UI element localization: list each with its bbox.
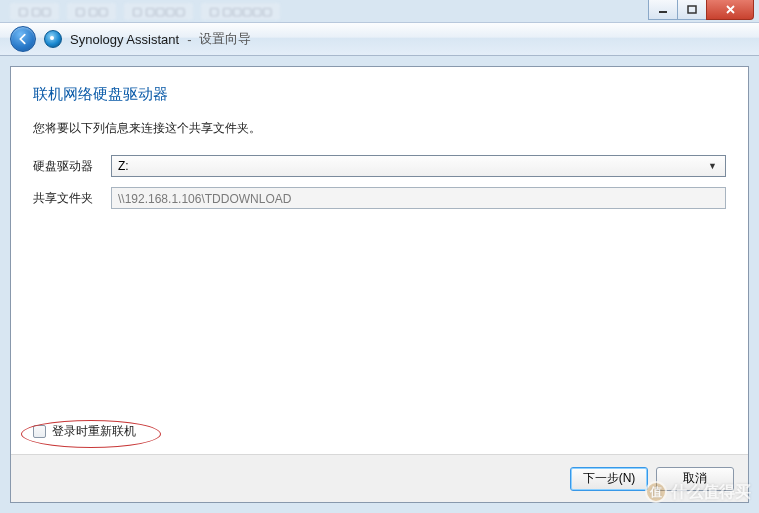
chevron-down-icon: ▼ xyxy=(704,156,721,176)
minimize-icon xyxy=(658,5,668,15)
drive-dropdown[interactable]: Z: ▼ xyxy=(111,155,726,177)
back-arrow-icon xyxy=(16,32,30,46)
wizard-content: 联机网络硬盘驱动器 您将要以下列信息来连接这个共享文件夹。 硬盘驱动器 Z: ▼… xyxy=(11,67,748,454)
maximize-button[interactable] xyxy=(677,0,707,20)
wizard-heading: 联机网络硬盘驱动器 xyxy=(33,85,726,104)
reconnect-label: 登录时重新联机 xyxy=(52,423,136,440)
reconnect-checkbox[interactable] xyxy=(33,425,46,438)
folder-field: \\192.168.1.106\TDDOWNLOAD xyxy=(111,187,726,209)
maximize-icon xyxy=(687,5,697,15)
drive-row: 硬盘驱动器 Z: ▼ xyxy=(33,155,726,177)
svg-rect-0 xyxy=(659,11,667,13)
background-tabs: ▢ ▢▢▢ ▢▢▢ ▢▢▢▢▢ ▢▢▢▢▢ xyxy=(0,0,759,22)
header-separator: - xyxy=(187,32,191,47)
drive-label: 硬盘驱动器 xyxy=(33,158,103,175)
reconnect-row: 登录时重新联机 xyxy=(33,423,136,440)
wizard-panel: 联机网络硬盘驱动器 您将要以下列信息来连接这个共享文件夹。 硬盘驱动器 Z: ▼… xyxy=(10,66,749,503)
drive-value: Z: xyxy=(118,159,129,173)
cancel-button[interactable]: 取消 xyxy=(656,467,734,491)
wizard-footer: 下一步(N) 取消 xyxy=(11,454,748,502)
close-icon xyxy=(725,4,736,15)
close-button[interactable] xyxy=(706,0,754,20)
folder-label: 共享文件夹 xyxy=(33,190,103,207)
back-button[interactable] xyxy=(10,26,36,52)
app-icon xyxy=(44,30,62,48)
wizard-description: 您将要以下列信息来连接这个共享文件夹。 xyxy=(33,120,726,137)
next-button[interactable]: 下一步(N) xyxy=(570,467,648,491)
app-name: Synology Assistant xyxy=(70,32,179,47)
header-bar: Synology Assistant - 设置向导 xyxy=(0,22,759,56)
minimize-button[interactable] xyxy=(648,0,678,20)
folder-row: 共享文件夹 \\192.168.1.106\TDDOWNLOAD xyxy=(33,187,726,209)
page-title: 设置向导 xyxy=(199,30,251,48)
window-controls xyxy=(649,0,754,20)
svg-rect-1 xyxy=(688,6,696,13)
